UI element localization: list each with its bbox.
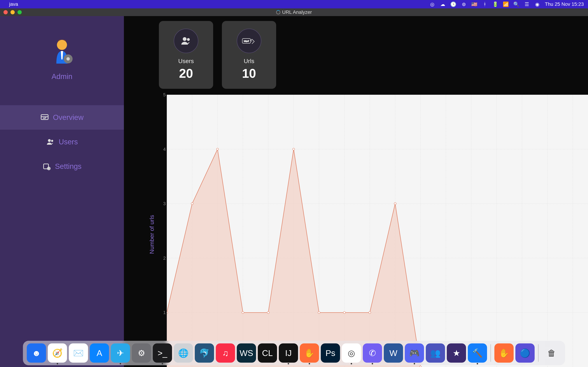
svg-text:http://: http:// [244,40,249,42]
menubar-shazam-icon[interactable]: ⊚ [461,1,467,7]
dock-item-postman[interactable]: ✋ [300,343,319,363]
overview-icon [40,113,49,122]
urls-card-icon: http:// [237,29,261,53]
loading-spinner-icon [276,10,280,14]
dock-item-imovie[interactable]: ★ [447,343,466,363]
svg-point-10 [187,38,190,41]
svg-point-5 [51,140,53,142]
svg-point-2 [67,57,70,60]
window-titlebar[interactable]: URL Analyzer [0,8,588,16]
sidebar-item-label: Overview [53,113,84,122]
stat-card-label: Users [178,58,194,65]
chart-y-tick: 1 [163,310,166,315]
dock-item-app-store[interactable]: A [90,343,109,363]
dock-item-trash[interactable]: 🗑 [542,343,561,363]
svg-point-0 [57,40,67,50]
admin-avatar-icon [48,37,76,65]
svg-point-36 [191,202,193,205]
dock-item-chrome[interactable]: ◎ [342,343,361,363]
sidebar-item-settings[interactable]: Settings [0,154,124,179]
window-minimize-button[interactable] [10,10,15,14]
chart: Number of urls 12345 [148,95,588,367]
svg-point-9 [183,37,186,41]
chart-y-tick: 3 [163,201,166,206]
chart-y-tick: 4 [163,146,166,152]
sidebar-item-users[interactable]: Users [0,130,124,154]
svg-point-35 [167,311,168,314]
chart-y-axis-label: Number of urls [148,208,155,254]
dock-item-telegram[interactable]: ✈ [111,343,130,363]
svg-point-39 [267,311,269,314]
window-close-button[interactable] [3,10,8,14]
svg-point-45 [419,366,422,367]
svg-point-44 [394,202,396,205]
stat-card-label: Urls [244,58,254,65]
chart-y-tick: 5 [163,92,166,98]
menubar-wifi-icon[interactable]: 📶 [503,1,509,7]
dock-item-viber[interactable]: ✆ [363,343,382,363]
dock-item-google-earth[interactable]: 🌐 [174,343,193,363]
svg-point-42 [343,311,346,314]
menubar-orbit-icon[interactable]: ◎ [429,1,435,7]
dock-item-discord[interactable]: 🎮 [405,343,424,363]
dock-item-terminal[interactable]: >_ [153,343,172,363]
svg-point-37 [216,148,219,150]
window-zoom-button[interactable] [17,10,22,14]
menubar-battery-icon[interactable]: 🔋 [492,1,498,7]
dock-item-system-prefs[interactable]: ⚙ [132,343,151,363]
stat-card-value: 10 [242,66,256,81]
menubar-input-source-icon[interactable]: 🇺🇸 [471,1,477,7]
main-area: Users 20 http:// Urls 10 Number of urls [124,16,588,367]
sidebar-user-label: Admin [52,72,72,81]
svg-point-43 [369,311,371,314]
sidebar-item-overview[interactable]: Overview [0,105,124,130]
dock-item-postman-2[interactable]: ✋ [494,343,514,363]
stat-card-urls: http:// Urls 10 [222,21,276,89]
macos-dock[interactable]: ☻🧭✉️A✈⚙>_🌐🐬♫WSCLIJ✋Ps◎✆W🎮👥★🔨✋🔵🗑 [23,341,565,365]
svg-point-40 [293,148,295,150]
sidebar-item-label: Users [59,138,78,146]
svg-point-41 [318,311,320,314]
macos-menubar[interactable]: java ◎ ☁ 🕓 ⊚ 🇺🇸 ᚼ 🔋 📶 🔍 ☰ ◉ Thu 25 Nov 1… [0,0,588,8]
chart-y-tick: 2 [163,255,166,261]
menubar-clock-icon[interactable]: 🕓 [450,1,456,7]
window-title-text: URL Analyzer [282,9,312,15]
dock-separator [491,344,491,362]
dock-item-safari-tp[interactable]: 🔵 [515,343,535,363]
dock-item-xcode[interactable]: 🔨 [468,343,487,363]
dock-item-mail[interactable]: ✉️ [69,343,88,363]
dock-item-word[interactable]: W [384,343,403,363]
dock-item-photoshop[interactable]: Ps [321,343,340,363]
sidebar-item-label: Settings [55,162,82,171]
dock-item-intellij[interactable]: IJ [279,343,298,363]
menubar-siri-icon[interactable]: ◉ [534,1,540,7]
dock-item-safari[interactable]: 🧭 [48,343,67,363]
menubar-spotlight-icon[interactable]: 🔍 [513,1,519,7]
app-window: URL Analyzer Admin [0,8,588,367]
svg-point-4 [48,139,51,142]
dock-item-teams[interactable]: 👥 [426,343,445,363]
dock-item-clion[interactable]: CL [258,343,277,363]
svg-point-8 [48,168,49,169]
menubar-datetime[interactable]: Thu 25 Nov 15:23 [545,1,584,7]
dock-item-webstorm[interactable]: WS [237,343,256,363]
dock-item-mysql-wb[interactable]: 🐬 [195,343,214,363]
users-card-icon [174,29,198,53]
svg-point-38 [242,311,244,314]
stat-card-users: Users 20 [159,21,213,89]
menubar-control-center-icon[interactable]: ☰ [524,1,530,7]
sidebar: Admin Overview Users [0,16,124,367]
dock-separator [538,344,538,362]
menubar-cloud-icon[interactable]: ☁ [440,1,446,7]
menubar-bluetooth-icon[interactable]: ᚼ [482,1,488,7]
stat-card-value: 20 [179,66,193,81]
dock-item-apple-music[interactable]: ♫ [216,343,235,363]
dock-item-finder[interactable]: ☻ [27,343,46,363]
menubar-app-name[interactable]: java [9,1,18,7]
users-icon [46,138,55,146]
settings-icon [42,162,51,171]
